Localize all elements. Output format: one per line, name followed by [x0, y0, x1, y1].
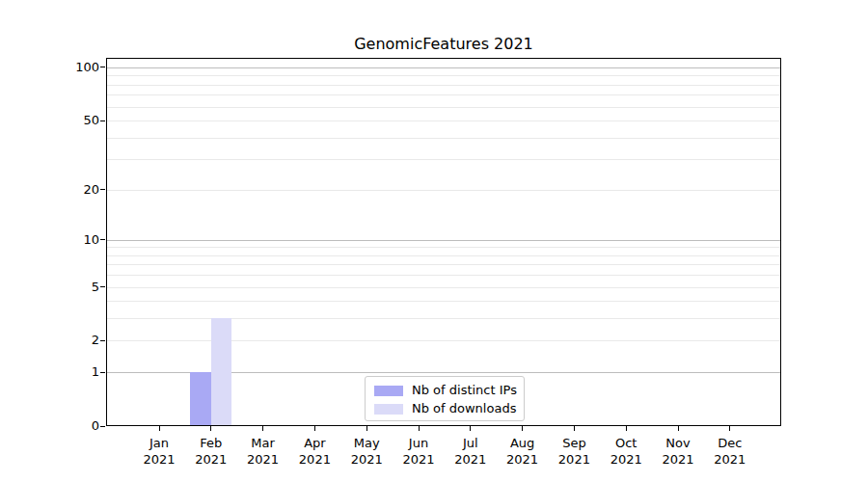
x-tick-mark	[159, 426, 160, 431]
y-tick-mark	[100, 67, 105, 67]
x-tick-mark	[678, 426, 679, 431]
y-tick-label: 50	[41, 113, 99, 128]
x-tick-mark	[419, 426, 420, 431]
x-tick-mark	[574, 426, 575, 431]
y-tick-label: 5	[41, 280, 99, 295]
x-tick-mark	[470, 426, 471, 431]
minor-gridline	[107, 247, 780, 248]
y-tick-mark	[100, 372, 105, 373]
x-tick-mark	[314, 426, 315, 431]
minor-gridline	[107, 340, 780, 341]
y-tick-mark	[100, 189, 105, 190]
minor-gridline	[107, 264, 780, 265]
chart-figure: GenomicFeatures 2021 Nb of distinct IPs …	[0, 0, 868, 482]
bar-nb-of-distinct-ips-feb-2021	[190, 372, 211, 426]
legend-label-distinct-ips: Nb of distinct IPs	[412, 383, 517, 398]
y-tick-mark	[100, 239, 105, 240]
y-tick-label: 100	[41, 60, 99, 75]
legend: Nb of distinct IPs Nb of downloads	[365, 376, 525, 421]
legend-entry-distinct-ips: Nb of distinct IPs	[374, 383, 516, 398]
y-tick-label: 2	[41, 333, 99, 348]
minor-gridline	[107, 190, 780, 191]
x-tick-label: Dec2021	[690, 435, 771, 468]
y-tick-label: 10	[41, 232, 99, 248]
x-tick-mark	[366, 426, 367, 431]
legend-swatch-distinct-ips	[374, 386, 403, 396]
minor-gridline	[107, 159, 780, 160]
minor-gridline	[107, 255, 780, 256]
x-tick-mark	[729, 426, 730, 431]
legend-label-downloads: Nb of downloads	[412, 401, 516, 416]
minor-gridline	[107, 107, 780, 108]
minor-gridline	[107, 301, 780, 302]
legend-entry-downloads: Nb of downloads	[374, 401, 516, 416]
major-gridline	[107, 67, 780, 68]
y-tick-mark	[100, 340, 105, 341]
x-tick-mark	[626, 426, 627, 431]
minor-gridline	[107, 138, 780, 139]
bar-nb-of-downloads-feb-2021	[211, 318, 232, 426]
y-tick-mark	[100, 426, 105, 427]
x-tick-mark	[522, 426, 523, 431]
legend-swatch-downloads	[374, 404, 403, 415]
x-tick-mark	[210, 426, 211, 431]
y-tick-label: 0	[41, 418, 99, 434]
minor-gridline	[107, 75, 780, 76]
chart-title: GenomicFeatures 2021	[106, 35, 781, 53]
minor-gridline	[107, 94, 780, 95]
minor-gridline	[107, 275, 780, 276]
minor-gridline	[107, 287, 780, 288]
y-tick-mark	[100, 286, 105, 287]
x-tick-mark	[262, 426, 263, 431]
minor-gridline	[107, 318, 780, 319]
y-tick-label: 20	[41, 182, 99, 198]
y-tick-mark	[100, 120, 105, 121]
major-gridline	[107, 240, 780, 241]
plot-area	[106, 58, 781, 426]
minor-gridline	[107, 120, 780, 121]
minor-gridline	[107, 85, 780, 86]
y-tick-label: 1	[41, 364, 99, 380]
